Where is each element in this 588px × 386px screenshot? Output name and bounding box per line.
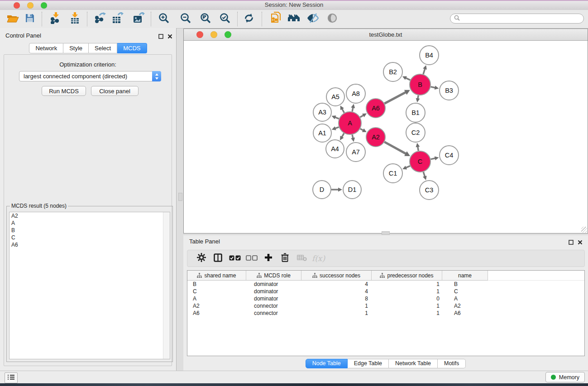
optimization-criterion-select[interactable]: largest connected component (directed) [19, 71, 161, 81]
home-view-button[interactable] [285, 11, 302, 27]
table-cell[interactable]: A [187, 295, 246, 302]
table-cell[interactable]: C [442, 288, 488, 295]
window-resize-grip[interactable] [581, 227, 587, 233]
table-cell[interactable]: 0 [372, 295, 442, 302]
table-cell[interactable]: A [442, 295, 488, 302]
memory-button[interactable]: Memory [545, 372, 585, 382]
network-canvas[interactable]: B4B2BB3A5A8A6A3B1AA1C2A2A4A7C4CC1C3DD1 [184, 41, 588, 233]
tab-node-table[interactable]: Node Table [306, 359, 348, 368]
node-table[interactable]: shared nameMCDS rolesuccessor nodesprede… [187, 270, 585, 356]
table-cell[interactable]: dominator [246, 288, 301, 295]
zoom-traffic-light[interactable] [41, 2, 47, 9]
tab-network[interactable]: Network [29, 43, 63, 53]
float-panel-icon[interactable] [569, 238, 574, 247]
table-cell[interactable]: A2 [442, 303, 488, 309]
table-row[interactable]: Bdominator41B [187, 281, 584, 288]
import-network-button[interactable] [46, 11, 63, 27]
tab-network-table[interactable]: Network Table [389, 359, 438, 368]
delete-column-button[interactable] [277, 251, 293, 266]
table-cell[interactable]: 4 [301, 288, 372, 295]
zoom-in-button[interactable] [155, 11, 172, 27]
deselect-all-button[interactable] [243, 251, 260, 266]
close-panel-icon[interactable] [578, 238, 583, 247]
close-panel-icon[interactable] [167, 33, 172, 41]
graphics-details-button[interactable] [304, 11, 321, 27]
zoom-selected-button[interactable] [216, 11, 234, 27]
tab-mcds[interactable]: MCDS [117, 43, 147, 53]
zoom-out-button[interactable] [177, 11, 194, 27]
result-list-item[interactable]: A6 [10, 241, 170, 248]
minimize-traffic-light[interactable] [27, 2, 33, 9]
edge-A6-B[interactable] [384, 91, 406, 103]
export-image-button[interactable] [130, 11, 147, 27]
horizontal-split-handle[interactable] [382, 231, 390, 235]
show-task-history-button[interactable] [5, 372, 18, 383]
table-cell[interactable]: connector [246, 303, 301, 309]
tab-style[interactable]: Style [63, 43, 89, 53]
table-cell[interactable]: A2 [187, 303, 246, 309]
table-cell[interactable]: B [187, 281, 246, 287]
network-window-titlebar[interactable]: testGlobe.txt [184, 29, 588, 41]
network-from-file-button[interactable] [268, 11, 285, 27]
network-close-traffic-light[interactable] [196, 31, 203, 38]
tab-select[interactable]: Select [89, 43, 117, 53]
export-network-button[interactable] [91, 11, 109, 27]
table-cell[interactable]: C [187, 288, 246, 295]
table-row[interactable]: A2connector11A2 [187, 302, 584, 310]
delete-table-button[interactable] [293, 251, 310, 266]
column-header-name[interactable]: name [442, 271, 488, 281]
select-all-button[interactable] [226, 251, 243, 266]
table-cell[interactable]: 1 [301, 303, 372, 309]
table-cell[interactable]: 4 [301, 281, 372, 287]
mcds-result-list[interactable]: A2ABCA6 [9, 212, 170, 359]
run-mcds-button[interactable]: Run MCDS [42, 86, 86, 96]
edge-A2-C[interactable] [384, 142, 407, 154]
table-row[interactable]: A6connector11A6 [187, 310, 584, 317]
zoom-fit-button[interactable] [197, 11, 214, 27]
network-zoom-traffic-light[interactable] [225, 31, 231, 38]
result-list-item[interactable]: A2 [10, 212, 170, 219]
export-table-button[interactable] [109, 11, 126, 27]
search-input[interactable] [463, 15, 583, 22]
column-header-MCDS-role[interactable]: MCDS role [246, 271, 301, 281]
import-table-button[interactable] [66, 11, 83, 27]
result-list-item[interactable]: C [10, 234, 170, 241]
network-graph[interactable]: B4B2BB3A5A8A6A3B1AA1C2A2A4A7C4CC1C3DD1 [184, 41, 588, 234]
table-cell[interactable]: 1 [372, 281, 442, 287]
table-cell[interactable]: 8 [301, 295, 372, 302]
close-traffic-light[interactable] [14, 2, 20, 9]
column-header-predecessor-nodes[interactable]: predecessor nodes [372, 271, 442, 281]
table-cell[interactable]: connector [246, 310, 301, 316]
table-cell[interactable]: 1 [372, 303, 442, 309]
table-cell[interactable]: 1 [301, 310, 372, 316]
save-session-button[interactable] [21, 11, 38, 27]
table-cell[interactable]: dominator [246, 281, 301, 287]
refresh-button[interactable] [240, 11, 258, 27]
tab-motifs[interactable]: Motifs [438, 359, 466, 368]
table-cell[interactable]: 1 [372, 310, 442, 316]
float-panel-icon[interactable] [158, 33, 163, 41]
table-settings-button[interactable] [193, 251, 210, 266]
result-scrollbar[interactable] [163, 212, 170, 359]
table-cell[interactable]: B [442, 281, 488, 287]
open-session-button[interactable] [4, 11, 21, 27]
table-row[interactable]: Adominator80A [187, 295, 584, 302]
add-column-button[interactable] [260, 251, 277, 266]
table-cell[interactable]: A6 [442, 310, 488, 316]
network-minimize-traffic-light[interactable] [210, 31, 217, 38]
close-panel-button[interactable]: Close panel [91, 86, 139, 96]
table-row[interactable]: Cdominator41C [187, 288, 584, 295]
column-view-button[interactable] [210, 251, 226, 266]
table-cell[interactable]: dominator [246, 295, 301, 302]
result-list-item[interactable]: B [10, 227, 170, 234]
table-cell[interactable]: A6 [187, 310, 246, 316]
column-header-successor-nodes[interactable]: successor nodes [301, 271, 372, 281]
column-header-shared-name[interactable]: shared name [187, 271, 246, 281]
function-builder-button[interactable]: f(x) [310, 251, 327, 266]
vertical-split-handle[interactable] [178, 193, 182, 201]
search-box[interactable] [450, 14, 584, 24]
result-list-item[interactable]: A [10, 219, 170, 227]
table-cell[interactable]: 1 [372, 288, 442, 295]
tab-edge-table[interactable]: Edge Table [348, 359, 389, 368]
birdseye-view-button[interactable] [324, 11, 341, 27]
